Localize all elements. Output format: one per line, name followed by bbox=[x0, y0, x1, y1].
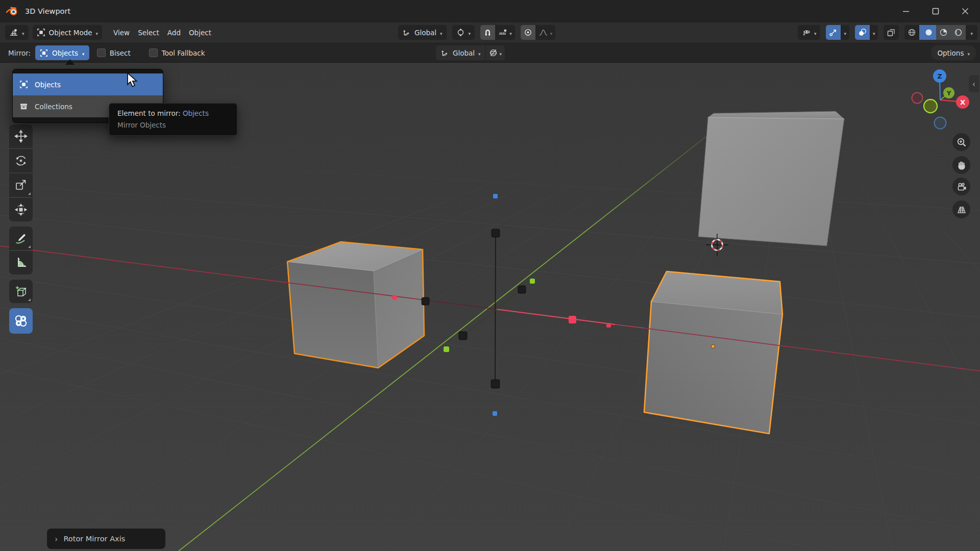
objects-icon bbox=[19, 80, 28, 89]
axis-y-label: Y bbox=[946, 90, 951, 97]
tool-fallback-checkbox[interactable] bbox=[149, 48, 158, 57]
pivot-point-icon bbox=[456, 28, 465, 37]
transform-orientation-dropdown[interactable]: Global bbox=[398, 25, 447, 40]
rotate-tool-icon bbox=[14, 154, 28, 167]
mode-label: Object Mode bbox=[49, 29, 92, 37]
window-title: 3D Viewport bbox=[25, 7, 70, 15]
tool-rotate[interactable] bbox=[9, 149, 33, 172]
tool-world-dropdown[interactable] bbox=[485, 45, 505, 60]
snap-settings-dropdown[interactable] bbox=[495, 25, 515, 40]
overlays-toggle[interactable] bbox=[855, 25, 870, 40]
pivot-point-dropdown[interactable] bbox=[452, 25, 475, 40]
world-globe-icon bbox=[489, 48, 498, 57]
chevron-down-icon bbox=[873, 28, 875, 37]
menu-object[interactable]: Object bbox=[185, 25, 215, 40]
zoom-button[interactable] bbox=[952, 133, 970, 151]
gizmos-toggle[interactable] bbox=[826, 25, 841, 40]
tool-settings-center: Global bbox=[436, 45, 505, 60]
toggle-perspective-button[interactable] bbox=[952, 201, 970, 218]
chevron-down-icon bbox=[440, 29, 443, 37]
shading-wireframe-button[interactable] bbox=[904, 25, 919, 40]
expand-chevron-icon bbox=[55, 534, 58, 544]
menu-add[interactable]: Add bbox=[163, 25, 185, 40]
navigation-gizmo[interactable]: Z Y X bbox=[910, 65, 980, 132]
tool-orientation-group: Global bbox=[436, 45, 505, 60]
editor-type-button[interactable] bbox=[5, 25, 29, 40]
overlays-icon bbox=[858, 28, 867, 37]
xray-icon bbox=[887, 28, 896, 37]
maximize-icon bbox=[932, 8, 939, 15]
bisect-checkbox[interactable] bbox=[97, 48, 106, 57]
proportional-edit-toggle[interactable] bbox=[521, 25, 535, 40]
orientation-label: Global bbox=[414, 29, 436, 37]
move-tool-icon bbox=[14, 130, 28, 143]
overlays-settings-dropdown[interactable] bbox=[870, 25, 878, 40]
operator-panel[interactable]: Rotor Mirror Axis bbox=[47, 529, 165, 549]
magnifier-plus-icon bbox=[956, 137, 967, 148]
camera-icon bbox=[956, 181, 967, 192]
tool-annotate[interactable] bbox=[9, 227, 33, 250]
camera-view-button[interactable] bbox=[952, 178, 970, 195]
tool-scale[interactable] bbox=[9, 173, 33, 197]
tool-orientation-dropdown[interactable]: Global bbox=[436, 45, 485, 60]
tool-fallback-label: Tool Fallback bbox=[162, 49, 205, 57]
axis-neg-x-ball[interactable] bbox=[912, 93, 923, 104]
chevron-down-icon bbox=[500, 48, 502, 58]
snapping-group bbox=[480, 25, 515, 40]
visibility-eye-icon bbox=[802, 28, 812, 37]
chevron-down-icon bbox=[22, 29, 24, 37]
pan-button[interactable] bbox=[952, 156, 970, 174]
shading-rendered-button[interactable] bbox=[951, 25, 966, 40]
tool-move[interactable] bbox=[9, 124, 33, 148]
shading-solid-button[interactable] bbox=[919, 25, 936, 40]
chevron-down-icon bbox=[469, 29, 471, 37]
menu-select[interactable]: Select bbox=[134, 25, 163, 40]
gizmo-red-handle-large[interactable] bbox=[569, 316, 576, 323]
chevron-down-icon bbox=[844, 28, 846, 37]
gizmos-settings-dropdown[interactable] bbox=[841, 25, 849, 40]
blender-logo-icon bbox=[6, 6, 19, 17]
proportional-edit-group bbox=[521, 25, 556, 40]
header-center-group: Global bbox=[398, 25, 555, 40]
tool-measure[interactable] bbox=[9, 251, 33, 274]
measure-tool-icon bbox=[14, 256, 28, 269]
show-object-types-dropdown[interactable] bbox=[798, 25, 821, 40]
mirror-tool-icon bbox=[14, 314, 28, 328]
cube-selected-right[interactable] bbox=[644, 271, 782, 434]
wireframe-sphere-icon bbox=[908, 28, 916, 37]
viewport-shading-group bbox=[904, 25, 977, 40]
axis-neg-y-ball[interactable] bbox=[924, 99, 937, 113]
cube-unselected[interactable] bbox=[698, 111, 844, 246]
falloff-curve-icon bbox=[538, 28, 548, 37]
popover-arrow bbox=[65, 59, 75, 65]
chevron-down-icon bbox=[814, 29, 817, 37]
cube-selected-left[interactable] bbox=[287, 242, 424, 368]
options-dropdown[interactable]: Options bbox=[931, 45, 976, 60]
tool-mirror[interactable] bbox=[9, 308, 33, 334]
magnet-icon bbox=[483, 28, 492, 37]
menu-view[interactable]: View bbox=[109, 25, 134, 40]
header-right-group bbox=[798, 25, 977, 40]
chevron-down-icon bbox=[478, 48, 481, 58]
axis-neg-z-ball[interactable] bbox=[935, 117, 946, 129]
close-button[interactable] bbox=[950, 0, 980, 22]
objects-icon bbox=[40, 49, 48, 57]
mirror-element-dropdown[interactable]: Objects bbox=[35, 45, 89, 60]
mode-dropdown[interactable]: Object Mode bbox=[33, 25, 103, 40]
gizmo-red-dot[interactable] bbox=[392, 295, 397, 300]
gizmo-red-handle-small[interactable] bbox=[606, 323, 611, 328]
shading-material-button[interactable] bbox=[936, 25, 951, 40]
xray-toggle[interactable] bbox=[884, 25, 899, 40]
gizmo-arrow-icon bbox=[829, 28, 838, 37]
tool-settings-left: Mirror: Objects Bisect Tool Fallback bbox=[8, 45, 205, 60]
tool-transform[interactable] bbox=[9, 198, 33, 221]
snap-toggle[interactable] bbox=[480, 25, 495, 40]
proportional-falloff-dropdown[interactable] bbox=[535, 25, 556, 40]
tool-add-cube[interactable] bbox=[9, 280, 33, 303]
maximize-button[interactable] bbox=[921, 0, 950, 22]
material-sphere-icon bbox=[939, 28, 948, 37]
shading-settings-dropdown[interactable] bbox=[966, 25, 977, 40]
rendered-sphere-icon bbox=[954, 28, 963, 37]
minimize-button[interactable] bbox=[891, 0, 921, 22]
orientation-axes-icon bbox=[440, 48, 449, 57]
